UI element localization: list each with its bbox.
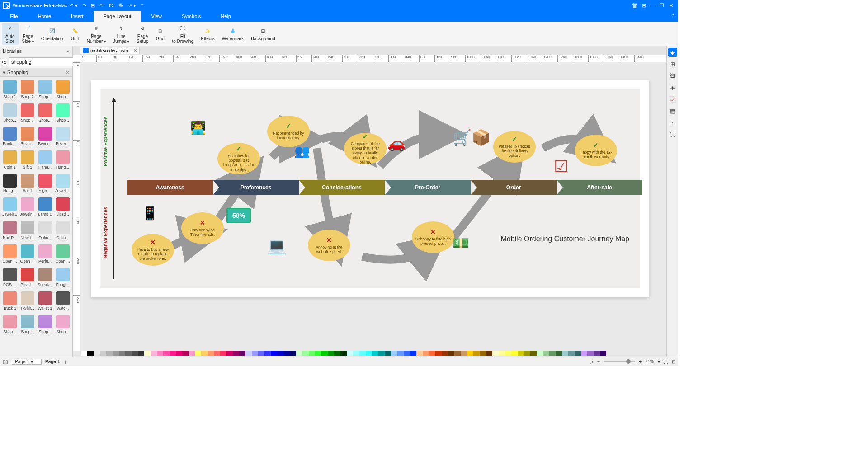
shape-item[interactable]: Shop... <box>54 78 71 101</box>
save-icon[interactable]: 🖫 <box>109 3 114 8</box>
ribbon-orientation[interactable]: 🔄Orientation <box>38 23 67 45</box>
color-swatch[interactable] <box>245 351 252 356</box>
ribbon-fit-to-drawing[interactable]: ⛶Fitto Drawing <box>168 23 197 45</box>
experience-bubble[interactable]: ✕Have to buy a new mobile to replace the… <box>132 234 174 266</box>
ribbon-effects[interactable]: ✨Effects <box>197 23 218 45</box>
shape-item[interactable]: Coin 1 <box>1 148 19 172</box>
color-swatch[interactable] <box>530 351 537 356</box>
canvas-body[interactable]: 04080120160200240 Positive Experiences N… <box>73 62 666 351</box>
color-swatch[interactable] <box>119 351 125 356</box>
experience-bubble[interactable]: ✓Searches for popular test blogs/website… <box>217 143 260 174</box>
ribbon-auto-size[interactable]: ⤢AutoSize <box>2 23 19 45</box>
shape-item[interactable]: Nail P... <box>1 219 19 242</box>
color-swatch[interactable] <box>480 351 486 356</box>
color-swatch[interactable] <box>264 351 271 356</box>
color-swatch[interactable] <box>537 351 543 356</box>
experience-bubble[interactable]: ✓Happy with the 12-month warranty <box>575 135 617 166</box>
color-swatch[interactable] <box>568 351 575 356</box>
menu-help[interactable]: Help <box>211 11 241 22</box>
color-swatch[interactable] <box>416 351 423 356</box>
shape-item[interactable]: Perfu... <box>36 242 54 266</box>
experience-bubble[interactable]: ✕Saw annoying TV/online ads. <box>181 212 224 244</box>
more-icon[interactable]: ⁼ <box>141 3 143 9</box>
color-swatch[interactable] <box>226 351 233 356</box>
shape-item[interactable]: Shop... <box>54 313 71 336</box>
new-icon[interactable]: ⊞ <box>91 3 95 9</box>
fit-page-icon[interactable]: ⛶ <box>664 359 668 364</box>
color-swatch[interactable] <box>556 351 562 356</box>
shape-item[interactable]: Watc... <box>54 289 71 313</box>
color-swatch[interactable] <box>410 351 416 356</box>
experience-bubble[interactable]: ✓Pleased to choose the free delivery opt… <box>493 131 536 163</box>
color-swatch[interactable] <box>170 351 176 356</box>
color-swatch[interactable] <box>277 351 283 356</box>
color-swatch[interactable] <box>486 351 492 356</box>
color-swatch[interactable] <box>271 351 277 356</box>
color-swatch[interactable] <box>208 351 214 356</box>
chart-pane-icon[interactable]: 📈 <box>668 95 677 104</box>
color-swatch[interactable] <box>575 351 581 356</box>
stage-awareness[interactable]: Awareness <box>127 180 213 195</box>
shape-item[interactable]: Onlin... <box>54 219 71 242</box>
shape-item[interactable]: Bever... <box>36 125 54 148</box>
close-tab-icon[interactable]: ✕ <box>134 48 137 53</box>
shape-item[interactable]: Shop 2 <box>19 78 36 101</box>
menu-home[interactable]: Home <box>28 11 61 22</box>
shape-item[interactable]: Jewelr... <box>1 195 19 219</box>
color-swatch[interactable] <box>378 351 385 356</box>
shape-item[interactable]: Sungl... <box>54 266 71 289</box>
stage-order[interactable]: Order <box>471 180 557 195</box>
color-swatch[interactable] <box>125 351 132 356</box>
stage-pre-order[interactable]: Pre-Order <box>385 180 471 195</box>
ribbon-page-setup[interactable]: ⚙PageSetup <box>133 23 152 45</box>
shape-item[interactable]: Sneak... <box>36 266 54 289</box>
expand-pane-icon[interactable]: ⛶ <box>668 130 677 139</box>
ribbon-watermark[interactable]: 💧Watermark <box>218 23 248 45</box>
color-swatch[interactable] <box>511 351 518 356</box>
shape-item[interactable]: Wallet 1 <box>36 289 54 313</box>
color-swatch[interactable] <box>423 351 429 356</box>
color-swatch[interactable] <box>283 351 290 356</box>
color-swatch[interactable] <box>543 351 549 356</box>
shape-item[interactable]: Shop... <box>36 101 54 125</box>
color-swatch[interactable] <box>340 351 347 356</box>
color-swatch[interactable] <box>233 351 239 356</box>
color-swatch[interactable] <box>334 351 340 356</box>
color-swatch[interactable] <box>302 351 309 356</box>
color-swatch[interactable] <box>448 351 454 356</box>
shape-item[interactable]: Open ... <box>54 242 71 266</box>
document-tab[interactable]: mobile-order-custo... ✕ <box>80 47 140 54</box>
category-collapse-icon[interactable]: ▾ <box>3 70 5 75</box>
collapse-libraries-icon[interactable]: « <box>67 49 70 54</box>
shape-item[interactable]: Hang... <box>54 148 71 172</box>
color-swatch[interactable] <box>397 351 404 356</box>
color-swatch[interactable] <box>499 351 505 356</box>
color-swatch[interactable] <box>157 351 163 356</box>
fullscreen-icon[interactable]: ⊡ <box>672 359 675 364</box>
grid-icon[interactable]: ⊞ <box>639 3 648 9</box>
color-swatch[interactable] <box>309 351 315 356</box>
color-swatch[interactable] <box>473 351 480 356</box>
shape-item[interactable]: Jewelr... <box>54 172 71 195</box>
shape-item[interactable]: Bank ... <box>1 125 19 148</box>
color-swatch[interactable] <box>106 351 113 356</box>
zoom-dropdown-icon[interactable]: ▾ <box>658 359 660 364</box>
stage-after-sale[interactable]: After-sale <box>557 180 642 195</box>
align-pane-icon[interactable]: ⫨ <box>668 118 677 127</box>
zoom-in-icon[interactable]: + <box>639 359 642 364</box>
color-swatch[interactable] <box>163 351 170 356</box>
play-icon[interactable]: ▷ <box>590 359 594 364</box>
shape-item[interactable]: Shop 1 <box>1 78 19 101</box>
redo-icon[interactable]: ↷ <box>82 3 86 9</box>
color-swatch[interactable] <box>391 351 397 356</box>
maximize-button[interactable]: ❐ <box>657 3 666 9</box>
shape-item[interactable]: Open ... <box>19 242 36 266</box>
color-swatch[interactable] <box>328 351 334 356</box>
color-swatch[interactable] <box>132 351 138 356</box>
shape-item[interactable]: Privat... <box>19 266 36 289</box>
menu-insert[interactable]: Insert <box>61 11 94 22</box>
shape-item[interactable]: Shop... <box>19 101 36 125</box>
color-swatch[interactable] <box>492 351 499 356</box>
color-swatch[interactable] <box>587 351 594 356</box>
ribbon-line-jumps[interactable]: ↯LineJumps ▾ <box>109 23 133 45</box>
